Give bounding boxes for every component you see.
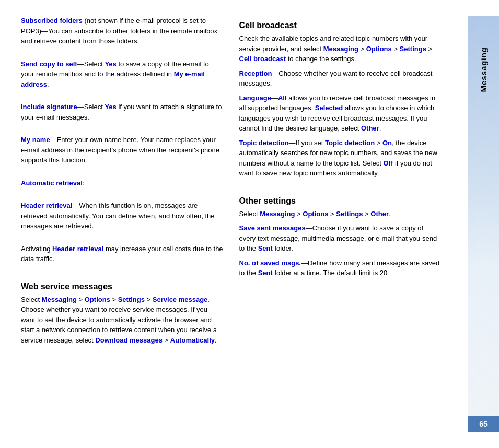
header-retrieval-link-2[interactable]: Header retrieval	[52, 245, 103, 253]
sent-link-2[interactable]: Sent	[258, 269, 273, 277]
automatically-link[interactable]: Automatically	[170, 336, 215, 344]
include-signature-text: Include signature—Select Yes if you want…	[21, 102, 224, 122]
sent-link-1[interactable]: Sent	[258, 244, 273, 252]
activating-note-text: Activating Header retrieval may increase…	[21, 244, 224, 264]
settings-link-1[interactable]: Settings	[118, 296, 145, 303]
other-settings-section: Other settings Select Messaging > Option…	[239, 191, 442, 282]
on-link[interactable]: On	[382, 139, 392, 147]
header-retrieval-text: Header retrieval—When this function is o…	[21, 201, 224, 231]
my-name-text: My name—Enter your own name here. Your n…	[21, 135, 224, 166]
include-signature-link[interactable]: Include signature	[21, 103, 77, 111]
cell-broadcast-section: Cell broadcast Check the available topic…	[239, 16, 442, 183]
page-number-box: 65	[468, 416, 499, 432]
web-service-text: Select Messaging > Options > Settings > …	[21, 294, 224, 346]
reception-text: Reception—Choose whether you want to rec…	[239, 68, 442, 89]
auto-retrieval-link[interactable]: Automatic retrieval	[21, 179, 83, 187]
auto-retrieval-text: Automatic retrieval:	[21, 178, 224, 188]
sidebar-label: Messaging	[479, 47, 488, 92]
options-link-2[interactable]: Options	[366, 45, 392, 53]
web-service-heading: Web service messages	[21, 282, 224, 291]
all-link[interactable]: All	[278, 94, 287, 102]
topic-detection-text: Topic detection—If you set Topic detecti…	[239, 138, 442, 179]
save-sent-link[interactable]: Save sent messages	[239, 224, 306, 232]
no-saved-link[interactable]: No. of saved msgs.	[239, 259, 301, 267]
subscribed-folders-block: Subscribed folders (not shown if the e-m…	[21, 16, 224, 51]
subscribed-folders-link[interactable]: Subscribed folders	[21, 17, 83, 25]
header-retrieval-link[interactable]: Header retrieval	[21, 202, 72, 209]
other-link-2[interactable]: Other	[370, 210, 389, 218]
cell-broadcast-intro: Check the available topics and related t…	[239, 33, 442, 64]
subscribed-folders-text: Subscribed folders (not shown if the e-m…	[21, 16, 224, 46]
my-name-block: My name—Enter your own name here. Your n…	[21, 135, 224, 170]
off-link[interactable]: Off	[384, 159, 393, 167]
my-email-link[interactable]: My e-mail address	[21, 70, 205, 88]
my-name-link[interactable]: My name	[21, 136, 50, 144]
no-saved-text: No. of saved msgs.—Define how many sent …	[239, 258, 442, 278]
messaging-link-3[interactable]: Messaging	[260, 210, 295, 218]
topic-detection-link[interactable]: Topic detection	[239, 139, 289, 147]
right-column: Cell broadcast Check the available topic…	[239, 16, 452, 432]
settings-link-3[interactable]: Settings	[336, 210, 363, 218]
auto-retrieval-block: Automatic retrieval:	[21, 178, 224, 193]
send-copy-text: Send copy to self—Select Yes to save a c…	[21, 59, 224, 90]
other-link[interactable]: Other	[361, 124, 379, 132]
sidebar: Messaging 65	[468, 16, 499, 432]
other-settings-heading: Other settings	[239, 196, 442, 206]
service-message-link[interactable]: Service message	[153, 296, 208, 303]
include-signature-block: Include signature—Select Yes if you want…	[21, 102, 224, 126]
topic-detection-link-2[interactable]: Topic detection	[325, 139, 375, 147]
header-retrieval-block: Header retrieval—When this function is o…	[21, 201, 224, 235]
language-link[interactable]: Language	[239, 94, 271, 102]
download-messages-link[interactable]: Download messages	[95, 336, 163, 344]
messaging-link-2[interactable]: Messaging	[323, 45, 358, 53]
yes-link-2[interactable]: Yes	[105, 103, 116, 111]
messaging-link-1[interactable]: Messaging	[42, 296, 77, 303]
other-settings-intro: Select Messaging > Options > Settings > …	[239, 209, 442, 219]
page-number: 65	[479, 420, 488, 428]
web-service-section: Web service messages Select Messaging > …	[21, 277, 224, 350]
save-sent-text: Save sent messages—Choose if you want to…	[239, 223, 442, 254]
options-link-3[interactable]: Options	[303, 210, 328, 218]
left-column: Subscribed folders (not shown if the e-m…	[21, 16, 224, 432]
language-text: Language—All allows you to receive cell …	[239, 93, 442, 134]
cell-broadcast-heading: Cell broadcast	[239, 21, 442, 30]
activating-note-block: Activating Header retrieval may increase…	[21, 244, 224, 268]
selected-link[interactable]: Selected	[315, 104, 343, 112]
reception-link[interactable]: Reception	[239, 69, 272, 77]
cell-broadcast-link[interactable]: Cell broadcast	[239, 55, 286, 63]
send-copy-block: Send copy to self—Select Yes to save a c…	[21, 59, 224, 94]
settings-link-2[interactable]: Settings	[400, 45, 426, 53]
options-link-1[interactable]: Options	[85, 296, 110, 303]
yes-link-1[interactable]: Yes	[105, 60, 116, 68]
send-copy-link[interactable]: Send copy to self	[21, 60, 77, 68]
